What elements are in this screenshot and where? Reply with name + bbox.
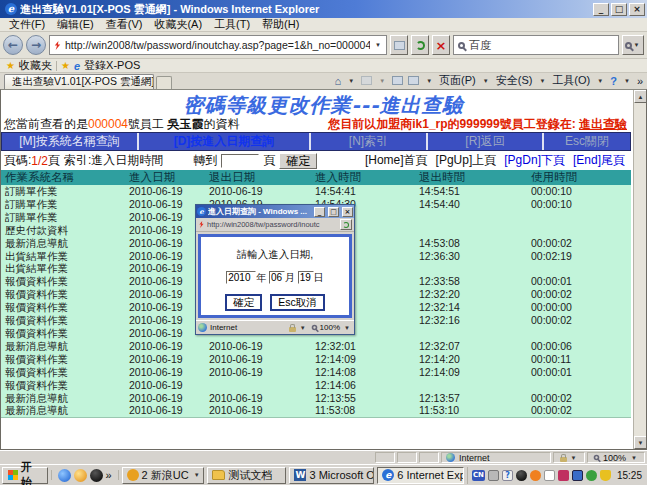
maximize-button[interactable]: □	[611, 3, 627, 16]
home-icon[interactable]: ⌂	[335, 75, 342, 87]
popup-close-button[interactable]: ×	[342, 207, 353, 217]
favorites-label[interactable]: 收藏夹	[19, 58, 52, 73]
feeds-icon[interactable]	[361, 76, 372, 85]
taskbar-button-word[interactable]: W 3 Microsoft Of...▼	[289, 467, 374, 484]
refresh-button[interactable]	[411, 35, 429, 55]
popup-title: 進入日期查詢 - Windows ...	[208, 206, 311, 217]
menu-edit[interactable]: 编辑(E)	[52, 17, 99, 32]
goto-page-input[interactable]	[221, 154, 259, 168]
query-by-date-button[interactable]: [D]按進入日期查詢	[139, 133, 311, 150]
quick-launch-more-icon[interactable]: »	[106, 469, 112, 481]
group-dropdown-icon[interactable]: ▼	[192, 472, 202, 478]
scroll-down-icon[interactable]: ▼	[634, 436, 647, 449]
command-bar: ⌂▼ ▼ ▼ 页面(P)▼ 安全(S)▼ 工具(O)▼ ?▼ »	[335, 73, 643, 89]
favorites-star-icon: ★	[6, 60, 15, 71]
cell: 12:14:09	[413, 366, 525, 379]
address-field[interactable]: http://win2008/tw/password/inoutchay.asp…	[49, 35, 387, 55]
back-button[interactable]: ←	[3, 35, 23, 55]
cell: 報價資料作業	[1, 275, 123, 288]
document-tray-icon[interactable]	[544, 470, 555, 481]
qq-tray-icon[interactable]	[516, 470, 527, 481]
start-button[interactable]: 开始	[2, 467, 48, 484]
cmd-more[interactable]: »	[637, 75, 643, 87]
cell: 2010-06-19	[123, 250, 203, 263]
last-page-link[interactable]: [End]尾頁	[573, 152, 625, 169]
search-box[interactable]: 百度	[453, 35, 619, 55]
return-button[interactable]: [R]返回	[428, 133, 544, 150]
zoom-cell[interactable]: 100%▼	[587, 452, 645, 463]
month-input[interactable]	[269, 271, 285, 284]
taskbar-button-test-doc[interactable]: 测试文档	[207, 467, 286, 484]
popup-minimize-button[interactable]: _	[314, 207, 325, 217]
quick-launch-messenger-icon[interactable]	[74, 469, 87, 482]
vertical-scrollbar[interactable]: ▲ ▼	[633, 90, 646, 449]
cell	[525, 327, 631, 340]
sina-uc-icon	[127, 469, 139, 481]
protected-dropdown-icon[interactable]: ▼	[569, 455, 579, 461]
scroll-up-icon[interactable]: ▲	[634, 90, 647, 103]
cell	[525, 211, 631, 224]
popup-refresh-button[interactable]	[340, 219, 352, 230]
protected-mode-cell[interactable]: ▼	[553, 452, 585, 463]
zoom-dropdown-icon[interactable]: ▼	[629, 455, 639, 461]
search-go-button[interactable]: ▼	[622, 35, 644, 55]
language-indicator[interactable]: CN	[472, 470, 485, 481]
year-input[interactable]	[226, 271, 256, 284]
current-module-link[interactable]: 進出查驗	[579, 117, 627, 131]
popup-lock-dropdown-icon[interactable]: ▼	[298, 325, 308, 331]
help-tray-icon[interactable]: ?	[502, 470, 513, 481]
green-tray-icon[interactable]	[586, 470, 597, 481]
popup-zoom-level[interactable]: 100%	[320, 323, 340, 332]
help-icon[interactable]: ?	[610, 75, 617, 87]
minimize-button[interactable]: _	[593, 3, 609, 16]
cmd-page[interactable]: 页面(P)	[439, 73, 476, 88]
read-mail-icon[interactable]	[392, 76, 403, 85]
page-dropdown-icon: ▼	[481, 78, 491, 84]
print-icon[interactable]	[408, 76, 419, 85]
favorite-item-login-xpos[interactable]: 登錄X-POS	[84, 58, 140, 73]
monitor-tray-icon[interactable]	[572, 470, 583, 481]
table-header-row: 作業系統名稱 進入日期 退出日期 進入時間 退出時間 使用時間	[1, 170, 631, 185]
safety-dropdown-icon: ▼	[537, 78, 547, 84]
address-dropdown-icon[interactable]: ▼	[373, 42, 383, 48]
print-dropdown-icon[interactable]: ▼	[424, 78, 434, 84]
menu-file[interactable]: 文件(F)	[4, 17, 50, 32]
cell: 2010-06-19	[123, 211, 203, 224]
menu-tools[interactable]: 工具(T)	[209, 17, 255, 32]
next-page-link[interactable]: [PgDn]下頁	[504, 152, 565, 169]
popup-maximize-button[interactable]: □	[328, 207, 339, 217]
new-tab-button[interactable]	[156, 76, 172, 89]
cell: 00:00:10	[525, 185, 631, 198]
uc-tray-icon[interactable]	[558, 470, 569, 481]
index-button[interactable]: [N]索引	[311, 133, 428, 150]
popup-ok-button[interactable]: 確定	[225, 294, 262, 311]
taskbar-button-ie[interactable]: e 6 Internet Exp...▼	[377, 467, 464, 484]
taskbar-button-sina-uc[interactable]: 2 新浪UC▼	[122, 467, 205, 484]
popup-cancel-button[interactable]: Esc取消	[270, 294, 325, 311]
query-by-system-button[interactable]: [M]按系統名稱查詢	[2, 133, 139, 150]
menu-help[interactable]: 帮助(H)	[257, 17, 304, 32]
popup-zoom-dropdown-icon[interactable]: ▼	[342, 325, 352, 331]
feeds-dropdown-icon[interactable]: ▼	[377, 78, 387, 84]
cell: 00:00:02	[525, 404, 631, 417]
cmd-tools[interactable]: 工具(O)	[552, 73, 590, 88]
menu-favorites[interactable]: 收藏夹(A)	[149, 17, 207, 32]
cmd-safety[interactable]: 安全(S)	[496, 73, 533, 88]
close-button[interactable]: ×	[629, 3, 645, 16]
day-input[interactable]	[298, 271, 314, 284]
compatibility-view-button[interactable]	[390, 35, 408, 55]
menu-view[interactable]: 查看(V)	[101, 17, 148, 32]
home-page-link[interactable]: [Home]首頁	[365, 152, 428, 169]
orange-tray-icon[interactable]	[530, 470, 541, 481]
quick-launch-browser-icon[interactable]	[58, 469, 71, 482]
goto-confirm-button[interactable]: 確定	[279, 153, 317, 169]
esc-close-button[interactable]: Esc關閉	[544, 133, 630, 150]
printer-icon[interactable]	[488, 470, 499, 481]
shield-tray-icon[interactable]	[600, 470, 611, 481]
quick-launch-qq-icon[interactable]	[90, 469, 103, 482]
stop-button[interactable]: ×	[432, 35, 450, 55]
home-dropdown-icon[interactable]: ▼	[346, 78, 356, 84]
browser-tab[interactable]: 進出查驗V1.01[X-POS 雲通網]	[4, 74, 154, 89]
prev-page-link[interactable]: [PgUp]上頁	[436, 152, 497, 169]
forward-button[interactable]: →	[26, 35, 46, 55]
